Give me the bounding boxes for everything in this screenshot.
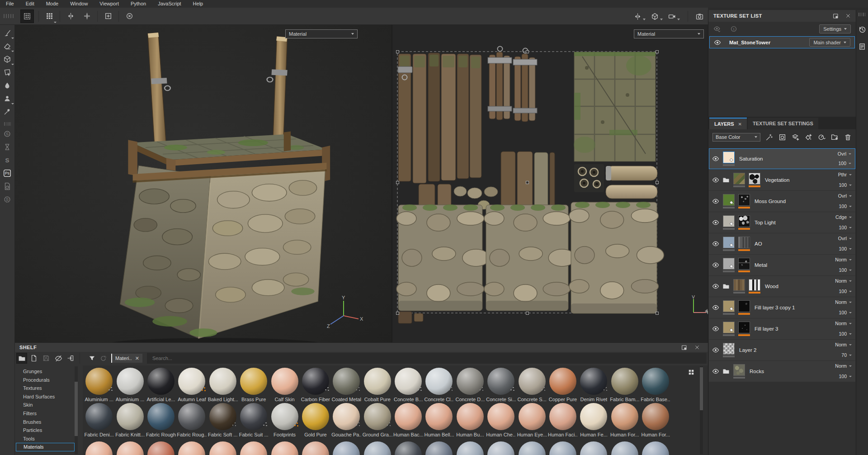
popout-icon[interactable] — [681, 345, 687, 351]
selection-handle[interactable] — [396, 50, 399, 53]
add-resource-button[interactable] — [28, 353, 39, 364]
selection-handle[interactable] — [396, 181, 399, 184]
filter-icon[interactable] — [89, 355, 95, 362]
close-icon[interactable] — [845, 13, 851, 19]
blend-mode-select[interactable]: Norm — [835, 299, 852, 305]
selection-handle[interactable] — [656, 312, 659, 315]
visibility-filter-icon[interactable] — [713, 25, 721, 33]
layer-thumbnail[interactable] — [723, 258, 735, 270]
add-group-button[interactable] — [831, 133, 839, 141]
channel-filter-select[interactable]: Base Color — [712, 133, 760, 142]
menu-python[interactable]: Python — [125, 0, 152, 8]
visibility-toggle-icon[interactable] — [712, 325, 720, 332]
material-item[interactable]: Concrete B... — [393, 368, 424, 402]
shelf-category-brushes[interactable]: Brushes — [16, 418, 75, 427]
menu-javascript[interactable]: JavaScript — [152, 0, 187, 8]
material-item[interactable]: Concrete D... — [455, 368, 486, 402]
layer-row-ao[interactable]: AOOvrl100 — [709, 233, 855, 254]
material-item[interactable] — [393, 441, 424, 455]
shelf-category-skin[interactable]: Skin — [16, 401, 75, 409]
material-item[interactable] — [640, 441, 671, 455]
layer-thumbnail-cell[interactable] — [722, 215, 735, 230]
material-item[interactable]: Footprints — [269, 403, 300, 437]
visibility-toggle-icon[interactable] — [712, 198, 720, 205]
blend-mode-select[interactable]: Pthr — [838, 172, 852, 177]
materials-scrollbar[interactable] — [700, 366, 703, 454]
2d-uv-viewport[interactable]: Material V U — [392, 25, 708, 342]
2d-display-mode-select[interactable]: Material — [634, 29, 704, 38]
shelf-category-filters[interactable]: Filters — [16, 409, 75, 418]
tab-layers[interactable]: LAYERS✕ — [709, 118, 747, 129]
material-item[interactable]: Aluminium ... — [84, 368, 114, 402]
material-item[interactable]: Fabric Rough — [146, 403, 176, 437]
layer-row-top-light[interactable]: Top LightCdge100 — [709, 212, 855, 233]
material-item[interactable]: Fabric Bam... — [609, 368, 640, 402]
layer-mask-thumbnail[interactable] — [738, 322, 750, 333]
close-tab-icon[interactable]: ✕ — [738, 122, 742, 127]
menu-file[interactable]: File — [0, 0, 20, 8]
add-fill-layer-button[interactable] — [805, 133, 812, 141]
material-item[interactable]: Gouache Pa... — [331, 403, 362, 437]
texture-set-visibility-icon[interactable] — [714, 39, 722, 46]
material-item[interactable]: Copper Pure — [547, 368, 578, 402]
visibility-toggle-icon[interactable] — [712, 219, 720, 226]
layer-mask-cell[interactable] — [738, 258, 750, 272]
shelf-category-particles[interactable]: Particles — [16, 426, 75, 435]
layer-thumbnail-cell[interactable] — [733, 364, 745, 379]
layer-mask-cell[interactable] — [738, 300, 750, 315]
layer-mask-thumbnail[interactable] — [749, 279, 760, 291]
layer-thumbnail-cell[interactable] — [722, 343, 735, 357]
layer-mask-thumbnail[interactable] — [738, 215, 750, 227]
material-item[interactable]: Brass Pure — [238, 368, 269, 402]
material-item[interactable]: Human Faci... — [547, 403, 578, 437]
symmetry-toggle-button[interactable] — [634, 13, 646, 20]
layer-row-layer-2[interactable]: Layer 2Norm70 — [709, 340, 855, 360]
material-item[interactable]: Concrete Si... — [486, 368, 516, 402]
layer-thumbnail[interactable] — [723, 152, 735, 163]
blend-mode-select[interactable]: Ovrl — [838, 151, 851, 156]
layer-mask-thumbnail[interactable] — [738, 194, 750, 206]
material-item[interactable]: Fabric Roug... — [176, 403, 207, 437]
material-item[interactable] — [609, 441, 640, 455]
material-item[interactable] — [547, 441, 578, 455]
layer-thumbnail-cell[interactable] — [722, 152, 735, 166]
material-item[interactable]: Human For... — [609, 403, 640, 437]
layer-thumbnail-cell[interactable] — [722, 237, 735, 251]
layer-thumbnail[interactable] — [733, 364, 745, 376]
visibility-toggle-icon[interactable] — [712, 176, 720, 184]
material-item[interactable]: Fabric Suit ... — [238, 403, 269, 437]
material-item[interactable]: Autumn Leaf — [176, 368, 207, 402]
material-item[interactable] — [84, 441, 114, 455]
layer-thumbnail[interactable] — [723, 322, 735, 333]
material-item[interactable]: Human Bell... — [424, 403, 454, 437]
filter-chip-materials[interactable]: Materi..✕ — [111, 354, 142, 363]
opacity-select[interactable]: 70 — [841, 352, 852, 358]
smart-material-wand-button[interactable] — [765, 133, 773, 141]
layer-mask-thumbnail[interactable] — [738, 237, 750, 248]
layer-row-saturation[interactable]: SaturationOvrl100 — [709, 148, 855, 169]
selection-handle[interactable] — [656, 50, 659, 53]
layer-row-fill-layer-3-copy-1[interactable]: Fill layer 3 copy 1Norm100 — [709, 297, 855, 318]
material-item[interactable] — [176, 441, 207, 455]
hide-resources-button[interactable] — [53, 353, 64, 364]
blend-mode-select[interactable]: Cdge — [835, 214, 852, 220]
blend-mode-select[interactable]: Ovrl — [838, 193, 852, 199]
material-item[interactable]: Human Bac... — [393, 403, 424, 437]
visibility-toggle-icon[interactable] — [712, 283, 720, 290]
delete-layer-button[interactable] — [844, 133, 852, 141]
material-item[interactable]: Human Che... — [486, 403, 516, 437]
material-item[interactable]: Artificial Le... — [146, 368, 176, 402]
perspective-toggle-button[interactable] — [651, 13, 663, 20]
substance-gear-plugin[interactable]: S — [2, 129, 13, 139]
visibility-toggle-icon[interactable] — [712, 261, 720, 269]
opacity-select[interactable]: 100 — [839, 310, 852, 315]
layer-thumbnail[interactable] — [723, 343, 735, 355]
layer-mask-cell[interactable] — [748, 279, 761, 294]
material-item[interactable] — [578, 441, 609, 455]
opacity-select[interactable]: 100 — [839, 267, 852, 273]
opacity-select[interactable]: 100 — [839, 182, 852, 188]
selection-handle[interactable] — [526, 181, 529, 184]
layer-row-metal[interactable]: MetalNorm100 — [709, 255, 855, 275]
selection-handle[interactable] — [526, 312, 529, 315]
material-item[interactable]: Fabric Soft ... — [208, 403, 238, 437]
